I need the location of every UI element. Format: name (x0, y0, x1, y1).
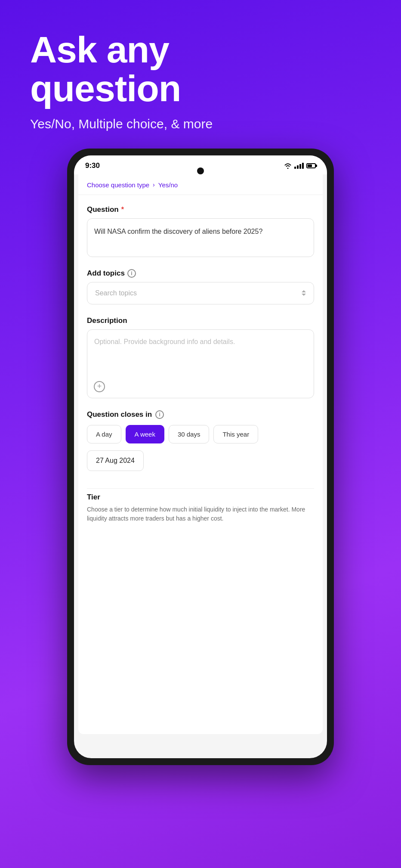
status-bar: 9:30 (74, 155, 327, 174)
description-container: Optional. Provide background info and de… (87, 329, 314, 398)
tier-description: Choose a tier to determine how much init… (87, 505, 314, 524)
app-content: Choose question type › Yes/no Question* … (78, 174, 323, 734)
question-input[interactable]: Will NASA confirm the discovery of alien… (87, 218, 314, 257)
topics-label-text: Add topics (87, 269, 125, 278)
breadcrumb-link[interactable]: Choose question type (87, 181, 149, 189)
breadcrumb: Choose question type › Yes/no (78, 174, 323, 195)
wifi-icon (284, 163, 292, 169)
status-icons (284, 163, 316, 169)
breadcrumb-chevron-icon: › (153, 181, 155, 188)
hero-subtitle: Yes/No, Multiple choice, & more (30, 117, 371, 131)
topics-placeholder: Search topics (95, 289, 137, 297)
phone-wrapper: 9:30 (0, 149, 401, 765)
status-time: 9:30 (85, 161, 100, 170)
description-field-label: Description (87, 316, 314, 325)
phone-screen: 9:30 (74, 155, 327, 758)
breadcrumb-current: Yes/no (158, 181, 178, 189)
form-body: Question* Will NASA confirm the discover… (78, 195, 323, 541)
divider (87, 488, 314, 489)
required-star: * (121, 206, 124, 214)
duration-30-days[interactable]: 30 days (169, 425, 210, 443)
duration-this-year[interactable]: This year (213, 425, 258, 443)
hero-section: Ask any question Yes/No, Multiple choice… (0, 0, 401, 144)
topics-chevron-icon (302, 290, 306, 296)
topics-info-icon[interactable]: i (127, 269, 136, 278)
description-textarea[interactable]: Optional. Provide background info and de… (87, 329, 314, 398)
topics-select[interactable]: Search topics (87, 282, 314, 304)
duration-a-week[interactable]: A week (126, 425, 164, 443)
question-label-text: Question (87, 205, 119, 214)
closes-in-label-text: Question closes in (87, 410, 152, 419)
date-display[interactable]: 27 Aug 2024 (87, 450, 144, 471)
hero-title: Ask any question (30, 30, 371, 108)
description-label-text: Description (87, 316, 127, 325)
add-icon-symbol: + (97, 382, 102, 391)
phone-mockup: 9:30 (67, 149, 334, 765)
tier-label: Tier (87, 493, 314, 502)
duration-buttons: A day A week 30 days This year (87, 425, 314, 443)
duration-a-day[interactable]: A day (87, 425, 121, 443)
signal-icon (294, 163, 304, 169)
topics-field-label: Add topics i (87, 269, 314, 278)
closes-in-info-icon[interactable]: i (155, 410, 164, 419)
description-placeholder: Optional. Provide background info and de… (94, 338, 235, 345)
add-media-button[interactable]: + (94, 381, 105, 392)
battery-icon (306, 163, 316, 168)
camera-notch (197, 167, 204, 174)
question-field-label: Question* (87, 205, 314, 214)
closes-in-label: Question closes in i (87, 410, 314, 419)
